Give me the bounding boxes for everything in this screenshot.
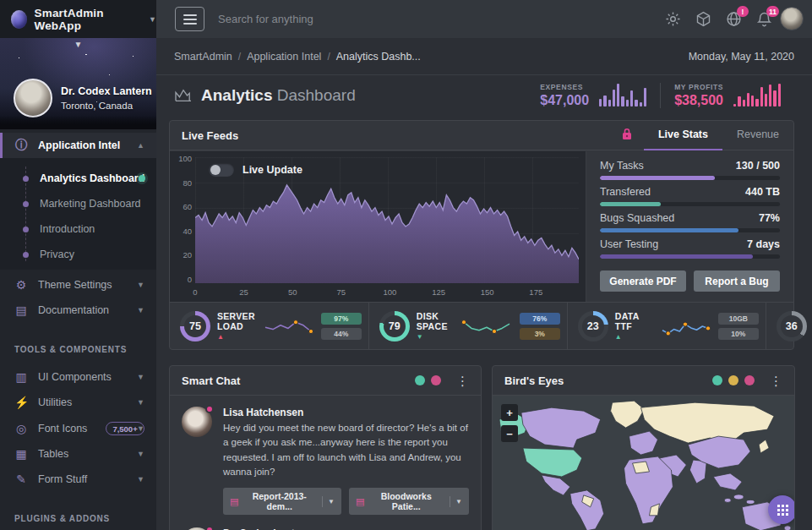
birds-eyes-title: Bird's Eyes — [504, 374, 564, 387]
tab-live-stats[interactable]: Live Stats — [644, 121, 722, 150]
chevron-down-icon: ▼ — [455, 498, 462, 505]
stat-badge: 44% — [321, 328, 362, 340]
map-zoom-in-button[interactable]: + — [501, 404, 518, 421]
stat-badge: 3% — [520, 328, 560, 340]
server-load-gauge: 75 — [180, 311, 210, 341]
progress-transfered: Transfered440 TB — [600, 186, 780, 206]
data-ttf-sparkline — [659, 313, 711, 340]
world-map: + − — [493, 396, 794, 530]
user-avatar[interactable] — [780, 7, 804, 30]
sidebar-item-tables[interactable]: ▦ Tables ▼ — [0, 441, 156, 467]
bullet-icon — [23, 252, 29, 258]
smart-chat-title: Smart Chat — [182, 374, 240, 387]
globe-alerts-icon[interactable]: ! — [725, 10, 743, 28]
report-bug-button[interactable]: Report a Bug — [694, 270, 780, 292]
table-icon: ▦ — [14, 447, 28, 461]
sidebar-item-marketing-dashboard[interactable]: Marketing Dashboard — [0, 191, 156, 216]
bell-notifications-icon[interactable]: 11 — [755, 10, 773, 28]
sidebar-item-ui-components[interactable]: ▥ UI Components ▼ — [0, 364, 156, 390]
stat-data-ttf: 23 DATATTF▲ 10GB10% — [567, 303, 766, 350]
stat-server-load: 75 SERVERLOAD▲ 97%44% — [170, 303, 368, 350]
chevron-down-icon: ▼ — [137, 306, 144, 314]
profile-avatar — [14, 79, 52, 117]
breadcrumb: SmartAdmin / Application Intel / Analyti… — [156, 38, 812, 75]
attachment-bloodworks-button[interactable]: ▤ Bloodworks Patie... ▼ — [349, 488, 469, 515]
breadcrumb-application-intel[interactable]: Application Intel — [247, 51, 321, 63]
app-launcher-button[interactable] — [768, 495, 794, 524]
page-header: Analytics Dashboard EXPENSES $47,000 MY … — [156, 75, 812, 115]
settings-gear-icon[interactable] — [664, 10, 682, 28]
birds-eyes-header: Bird's Eyes ⋮ — [493, 366, 794, 396]
trend-icon: ▼ — [417, 333, 454, 341]
live-feeds-panel: Live Feeds Live Stats Revenue Live Updat… — [169, 120, 794, 350]
stat-badge: 10GB — [718, 313, 759, 325]
chat-message: Lisa Hatchensen Hey did you meet the new… — [182, 407, 469, 515]
temp-gauge: 36 — [777, 311, 807, 341]
sidebar-item-utilities[interactable]: ⚡ Utilities ▼ — [0, 390, 156, 415]
chevron-up-icon: ▲ — [137, 141, 144, 150]
sidebar-profile[interactable]: ▼ Dr. Codex Lantern Toronto, Canada — [0, 38, 156, 129]
global-search — [218, 0, 471, 38]
book-icon: ▤ — [14, 303, 28, 317]
brand[interactable]: SmartAdmin WebApp ▼ — [0, 0, 156, 38]
lock-icon[interactable] — [622, 128, 632, 144]
panel-action-dot-teal[interactable] — [415, 375, 425, 385]
progress-bugs-squashed: Bugs Squashed77% — [600, 212, 780, 232]
y-axis-ticks: 100806040200 — [173, 155, 192, 283]
presence-dot — [205, 526, 214, 530]
panel-action-dot-teal[interactable] — [712, 375, 722, 385]
info-icon: ⓘ — [14, 138, 28, 153]
map-zoom-out-button[interactable]: − — [501, 425, 518, 442]
chevron-down-icon: ▼ — [137, 424, 144, 433]
kebab-menu-icon[interactable]: ⋮ — [770, 374, 782, 387]
profile-collapse-chevron-icon[interactable]: ▼ — [74, 40, 83, 49]
sidebar-item-privacy[interactable]: Privacy — [0, 242, 156, 267]
profits-label: MY PROFITS — [674, 83, 723, 91]
file-icon: ▤ — [356, 497, 364, 506]
alert-badge: ! — [737, 6, 749, 17]
chevron-down-icon: ▼ — [149, 15, 156, 24]
pencil-icon: ✎ — [14, 473, 28, 486]
panel-action-dot-pink[interactable] — [431, 375, 441, 385]
sidebar-item-theme-settings[interactable]: ⚙ Theme Settings ▼ — [0, 272, 156, 298]
panel-action-dot-pink[interactable] — [744, 375, 755, 385]
tab-revenue[interactable]: Revenue — [722, 121, 793, 150]
sidebar-item-analytics-dashboard[interactable]: Analytics Dashboard — [0, 166, 156, 191]
world-map-svg[interactable] — [493, 396, 794, 530]
kebab-menu-icon[interactable]: ⋮ — [456, 374, 469, 387]
profits-stat: MY PROFITS $38,500 — [660, 83, 794, 108]
sidebar-item-font-icons[interactable]: ◎ Font Icons 7,500+ ▼ — [0, 416, 156, 441]
live-update-toggle[interactable]: Live Update — [209, 163, 302, 177]
chart-icon — [174, 88, 193, 103]
sidebar-item-documentation[interactable]: ▤ Documentation ▼ — [0, 298, 156, 323]
disk-space-gauge: 79 — [379, 311, 410, 341]
breadcrumb-smartadmin[interactable]: SmartAdmin — [174, 51, 232, 63]
menu-toggle-button[interactable] — [175, 7, 204, 31]
top-navbar: SmartAdmin WebApp ▼ ! 11 — [0, 0, 812, 38]
avatar — [182, 407, 214, 515]
panel-action-dot-amber[interactable] — [728, 375, 738, 385]
toggle-switch[interactable] — [209, 163, 234, 177]
smart-chat-header: Smart Chat ⋮ — [170, 366, 481, 396]
attachment-report-button[interactable]: ▤ Report-2013-dem... ▼ — [223, 488, 341, 515]
search-input[interactable] — [218, 13, 471, 25]
bullet-icon — [23, 176, 29, 182]
application-intel-submenu: Analytics Dashboard Marketing Dashboard … — [0, 158, 156, 270]
window-icon: ▥ — [14, 370, 28, 384]
sidebar-item-form-stuff[interactable]: ✎ Form Stuff ▼ — [0, 467, 156, 492]
sidebar-item-application-intel[interactable]: ⓘ Application Intel ▲ — [0, 133, 156, 158]
expenses-minibar-chart — [599, 84, 646, 107]
chevron-down-icon: ▼ — [137, 398, 144, 407]
progress-my-tasks: My Tasks130 / 500 — [600, 160, 780, 180]
stat-badge: 10% — [718, 328, 759, 340]
pin-icon: ◎ — [14, 422, 28, 435]
sidebar-item-introduction[interactable]: Introduction — [0, 216, 156, 242]
progress-user-testing: User Testing7 days — [600, 238, 780, 259]
main-content: SmartAdmin / Application Intel / Analyti… — [156, 38, 812, 530]
presence-dot — [205, 405, 214, 413]
section-tools-components: TOOLS & COMPONENTS — [14, 345, 127, 354]
apps-cube-icon[interactable] — [695, 10, 712, 28]
breadcrumb-current: Analytics Dashb... — [336, 51, 421, 63]
profits-minibar-chart — [733, 84, 781, 107]
generate-pdf-button[interactable]: Generate PDF — [600, 270, 686, 292]
